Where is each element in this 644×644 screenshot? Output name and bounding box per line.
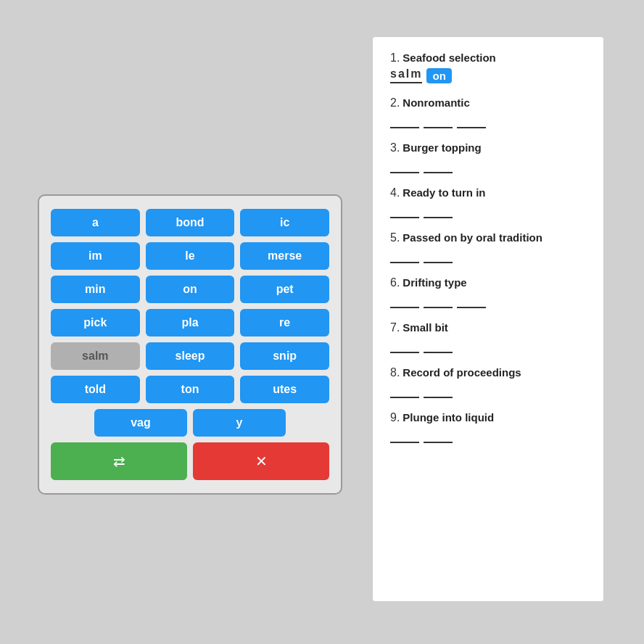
clue-6: 6. Drifting type bbox=[390, 276, 586, 308]
clue-3-text: Burger topping bbox=[402, 141, 481, 154]
clue-5-text: Passed on by oral tradition bbox=[402, 231, 542, 244]
clue-6-text: Drifting type bbox=[402, 276, 466, 289]
clue-5-part-1 bbox=[390, 247, 419, 263]
key-utes[interactable]: utes bbox=[240, 376, 329, 403]
clue-2-part-1 bbox=[390, 112, 419, 128]
key-grid: a bond ic im le merse min on pet pick pl… bbox=[51, 209, 329, 403]
clue-2-text: Nonromantic bbox=[402, 96, 470, 109]
clue-1-part-2: on bbox=[426, 68, 451, 83]
clue-5-answer bbox=[390, 247, 586, 263]
clue-9-text: Plunge into liquid bbox=[402, 411, 494, 424]
clue-3: 3. Burger topping bbox=[390, 141, 586, 173]
key-pet[interactable]: pet bbox=[240, 276, 329, 303]
clue-7-number: 7. bbox=[390, 321, 400, 334]
key-min[interactable]: min bbox=[51, 276, 140, 303]
clue-1-number: 1. bbox=[390, 51, 400, 65]
clue-7-answer bbox=[390, 337, 586, 353]
clue-3-part-1 bbox=[390, 157, 419, 173]
clue-3-part-2 bbox=[424, 157, 453, 173]
clue-3-answer bbox=[390, 157, 586, 173]
clue-2: 2. Nonromantic bbox=[390, 96, 586, 128]
clue-2-part-3 bbox=[457, 112, 486, 128]
clue-5-part-2 bbox=[424, 247, 453, 263]
key-pla[interactable]: pla bbox=[146, 309, 235, 337]
clue-8-part-1 bbox=[390, 382, 419, 398]
clue-1-answer: salm on bbox=[390, 67, 586, 83]
clue-3-number: 3. bbox=[390, 141, 400, 154]
clue-9-number: 9. bbox=[390, 411, 400, 424]
key-ton[interactable]: ton bbox=[146, 376, 235, 403]
clue-6-part-3 bbox=[457, 292, 486, 308]
clue-7-text: Small bit bbox=[402, 321, 448, 334]
key-a[interactable]: a bbox=[51, 209, 140, 236]
clue-2-part-2 bbox=[424, 112, 453, 128]
clue-4: 4. Ready to turn in bbox=[390, 186, 586, 218]
clue-2-answer bbox=[390, 112, 586, 128]
delete-button[interactable]: ✕ bbox=[193, 442, 329, 480]
clue-1-part-1: salm bbox=[390, 67, 422, 83]
clue-4-part-2 bbox=[424, 202, 453, 218]
key-re[interactable]: re bbox=[240, 309, 329, 337]
clue-1-text: Seafood selection bbox=[402, 51, 495, 64]
shuffle-button[interactable]: ⇄ bbox=[51, 442, 187, 480]
key-merse[interactable]: merse bbox=[240, 242, 329, 270]
clue-6-number: 6. bbox=[390, 276, 400, 289]
key-on[interactable]: on bbox=[146, 276, 235, 303]
key-ic[interactable]: ic bbox=[240, 209, 329, 236]
clue-9: 9. Plunge into liquid bbox=[390, 411, 586, 443]
clue-9-answer bbox=[390, 427, 586, 443]
clue-6-part-2 bbox=[424, 292, 453, 308]
clue-8-number: 8. bbox=[390, 366, 400, 379]
key-pick[interactable]: pick bbox=[51, 309, 140, 337]
key-snip[interactable]: snip bbox=[240, 342, 329, 370]
clues-panel: 1. Seafood selection salm on 2. Nonroman… bbox=[372, 36, 604, 602]
clue-9-part-2 bbox=[424, 427, 453, 443]
clue-4-number: 4. bbox=[390, 186, 400, 199]
clue-6-part-1 bbox=[390, 292, 419, 308]
key-row-bottom: vag y bbox=[51, 409, 329, 437]
key-im[interactable]: im bbox=[51, 242, 140, 270]
clue-5: 5. Passed on by oral tradition bbox=[390, 231, 586, 263]
clue-5-number: 5. bbox=[390, 231, 400, 244]
key-told[interactable]: told bbox=[51, 376, 140, 403]
clue-8-part-2 bbox=[424, 382, 453, 398]
keyboard-panel: a bond ic im le merse min on pet pick pl… bbox=[38, 194, 342, 495]
key-le[interactable]: le bbox=[146, 242, 235, 270]
clue-4-part-1 bbox=[390, 202, 419, 218]
key-vag[interactable]: vag bbox=[94, 409, 187, 437]
clue-8: 8. Record of proceedings bbox=[390, 366, 586, 398]
clue-9-part-1 bbox=[390, 427, 419, 443]
action-row: ⇄ ✕ bbox=[51, 442, 329, 480]
clue-8-text: Record of proceedings bbox=[402, 366, 521, 379]
clue-2-number: 2. bbox=[390, 96, 400, 110]
clue-1: 1. Seafood selection salm on bbox=[390, 51, 586, 83]
key-sleep[interactable]: sleep bbox=[146, 342, 235, 370]
clue-7: 7. Small bit bbox=[390, 321, 586, 353]
clue-8-answer bbox=[390, 382, 586, 398]
key-bond[interactable]: bond bbox=[146, 209, 235, 236]
key-y[interactable]: y bbox=[193, 409, 286, 437]
clue-4-answer bbox=[390, 202, 586, 218]
clue-7-part-2 bbox=[424, 337, 453, 353]
clue-6-answer bbox=[390, 292, 586, 308]
clue-7-part-1 bbox=[390, 337, 419, 353]
clue-4-text: Ready to turn in bbox=[402, 186, 485, 199]
key-salm[interactable]: salm bbox=[51, 342, 140, 370]
